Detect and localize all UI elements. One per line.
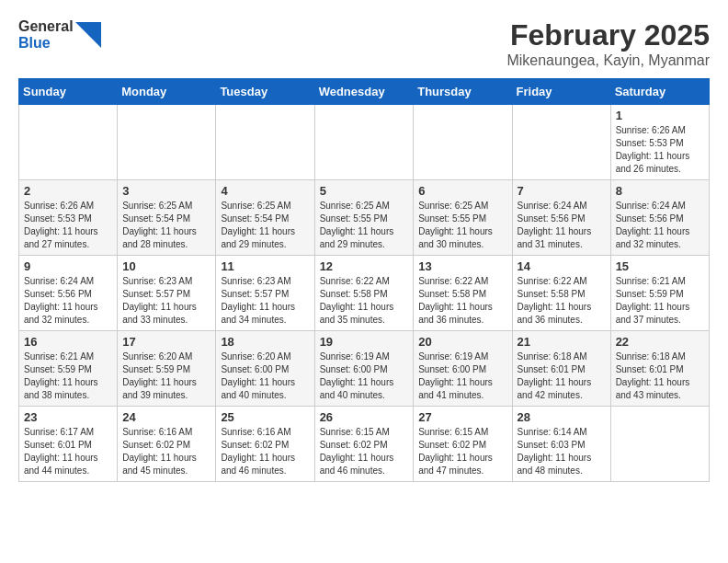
calendar-week-1: 1Sunrise: 6:26 AM Sunset: 5:53 PM Daylig… [19, 105, 710, 180]
calendar-header-row: Sunday Monday Tuesday Wednesday Thursday… [19, 79, 710, 105]
table-row: 5Sunrise: 6:25 AM Sunset: 5:55 PM Daylig… [314, 180, 414, 256]
day-info: Sunrise: 6:19 AM Sunset: 6:00 PM Dayligh… [320, 350, 409, 402]
table-row [216, 105, 314, 180]
day-number: 20 [418, 335, 506, 349]
day-number: 8 [616, 184, 704, 198]
day-info: Sunrise: 6:20 AM Sunset: 5:59 PM Dayligh… [122, 350, 210, 402]
table-row [19, 105, 118, 180]
day-number: 2 [24, 184, 112, 198]
table-row: 7Sunrise: 6:24 AM Sunset: 5:56 PM Daylig… [512, 180, 610, 256]
col-sunday: Sunday [19, 79, 118, 105]
day-info: Sunrise: 6:19 AM Sunset: 6:00 PM Dayligh… [418, 350, 506, 402]
day-number: 19 [320, 335, 409, 349]
title-area: February 2025 Mikenaungea, Kayin, Myanma… [506, 18, 710, 69]
day-info: Sunrise: 6:21 AM Sunset: 5:59 PM Dayligh… [24, 350, 112, 402]
table-row: 28Sunrise: 6:14 AM Sunset: 6:03 PM Dayli… [512, 407, 610, 482]
day-number: 23 [24, 410, 112, 424]
table-row: 3Sunrise: 6:25 AM Sunset: 5:54 PM Daylig… [118, 180, 216, 256]
table-row: 15Sunrise: 6:21 AM Sunset: 5:59 PM Dayli… [610, 256, 709, 331]
logo-arrow-icon [75, 22, 101, 48]
calendar-week-5: 23Sunrise: 6:17 AM Sunset: 6:01 PM Dayli… [19, 407, 710, 482]
day-info: Sunrise: 6:25 AM Sunset: 5:55 PM Dayligh… [418, 200, 506, 251]
day-number: 12 [320, 259, 409, 273]
day-info: Sunrise: 6:23 AM Sunset: 5:57 PM Dayligh… [221, 275, 309, 327]
col-tuesday: Tuesday [216, 79, 314, 105]
day-info: Sunrise: 6:26 AM Sunset: 5:53 PM Dayligh… [24, 200, 112, 251]
table-row: 12Sunrise: 6:22 AM Sunset: 5:58 PM Dayli… [314, 256, 414, 331]
day-number: 11 [221, 259, 309, 273]
day-number: 22 [616, 335, 704, 349]
table-row: 6Sunrise: 6:25 AM Sunset: 5:55 PM Daylig… [414, 180, 512, 256]
day-number: 16 [24, 335, 112, 349]
table-row: 9Sunrise: 6:24 AM Sunset: 5:56 PM Daylig… [19, 256, 118, 331]
main-title: February 2025 [506, 18, 710, 52]
col-friday: Friday [512, 79, 610, 105]
day-number: 13 [418, 259, 506, 273]
day-info: Sunrise: 6:16 AM Sunset: 6:02 PM Dayligh… [122, 426, 210, 477]
day-info: Sunrise: 6:22 AM Sunset: 5:58 PM Dayligh… [518, 275, 606, 327]
day-number: 24 [122, 410, 210, 424]
header: General Blue February 2025 Mikenaungea, … [18, 18, 710, 69]
day-number: 4 [221, 184, 309, 198]
table-row [314, 105, 414, 180]
day-number: 3 [122, 184, 210, 198]
day-info: Sunrise: 6:22 AM Sunset: 5:58 PM Dayligh… [320, 275, 409, 327]
day-number: 15 [616, 259, 704, 273]
table-row: 13Sunrise: 6:22 AM Sunset: 5:58 PM Dayli… [414, 256, 512, 331]
day-info: Sunrise: 6:24 AM Sunset: 5:56 PM Dayligh… [24, 275, 112, 327]
day-info: Sunrise: 6:15 AM Sunset: 6:02 PM Dayligh… [320, 426, 409, 477]
table-row: 21Sunrise: 6:18 AM Sunset: 6:01 PM Dayli… [512, 331, 610, 407]
table-row: 26Sunrise: 6:15 AM Sunset: 6:02 PM Dayli… [314, 407, 414, 482]
day-number: 25 [221, 410, 309, 424]
day-number: 21 [518, 335, 606, 349]
day-info: Sunrise: 6:25 AM Sunset: 5:54 PM Dayligh… [221, 200, 309, 251]
day-number: 14 [518, 259, 606, 273]
day-number: 7 [518, 184, 606, 198]
day-info: Sunrise: 6:22 AM Sunset: 5:58 PM Dayligh… [418, 275, 506, 327]
table-row: 14Sunrise: 6:22 AM Sunset: 5:58 PM Dayli… [512, 256, 610, 331]
day-number: 6 [418, 184, 506, 198]
calendar-table: Sunday Monday Tuesday Wednesday Thursday… [18, 78, 710, 482]
table-row [610, 407, 709, 482]
table-row: 27Sunrise: 6:15 AM Sunset: 6:02 PM Dayli… [414, 407, 512, 482]
day-number: 1 [616, 109, 704, 122]
day-number: 26 [320, 410, 409, 424]
day-info: Sunrise: 6:21 AM Sunset: 5:59 PM Dayligh… [616, 275, 704, 327]
day-info: Sunrise: 6:26 AM Sunset: 5:53 PM Dayligh… [616, 124, 704, 176]
table-row: 8Sunrise: 6:24 AM Sunset: 5:56 PM Daylig… [610, 180, 709, 256]
table-row [512, 105, 610, 180]
calendar-week-3: 9Sunrise: 6:24 AM Sunset: 5:56 PM Daylig… [19, 256, 710, 331]
day-info: Sunrise: 6:25 AM Sunset: 5:54 PM Dayligh… [122, 200, 210, 251]
day-number: 10 [122, 259, 210, 273]
table-row: 20Sunrise: 6:19 AM Sunset: 6:00 PM Dayli… [414, 331, 512, 407]
svg-marker-0 [75, 22, 101, 48]
table-row: 10Sunrise: 6:23 AM Sunset: 5:57 PM Dayli… [118, 256, 216, 331]
day-number: 9 [24, 259, 112, 273]
table-row: 22Sunrise: 6:18 AM Sunset: 6:01 PM Dayli… [610, 331, 709, 407]
subtitle: Mikenaungea, Kayin, Myanmar [506, 52, 710, 69]
day-number: 27 [418, 410, 506, 424]
calendar-week-2: 2Sunrise: 6:26 AM Sunset: 5:53 PM Daylig… [19, 180, 710, 256]
day-number: 5 [320, 184, 409, 198]
day-number: 28 [518, 410, 606, 424]
table-row: 18Sunrise: 6:20 AM Sunset: 6:00 PM Dayli… [216, 331, 314, 407]
day-info: Sunrise: 6:20 AM Sunset: 6:00 PM Dayligh… [221, 350, 309, 402]
calendar-week-4: 16Sunrise: 6:21 AM Sunset: 5:59 PM Dayli… [19, 331, 710, 407]
logo: General Blue [18, 18, 101, 51]
day-info: Sunrise: 6:24 AM Sunset: 5:56 PM Dayligh… [616, 200, 704, 251]
day-number: 17 [122, 335, 210, 349]
day-info: Sunrise: 6:25 AM Sunset: 5:55 PM Dayligh… [320, 200, 409, 251]
table-row [118, 105, 216, 180]
col-wednesday: Wednesday [314, 79, 414, 105]
day-info: Sunrise: 6:18 AM Sunset: 6:01 PM Dayligh… [518, 350, 606, 402]
day-info: Sunrise: 6:14 AM Sunset: 6:03 PM Dayligh… [518, 426, 606, 477]
table-row: 2Sunrise: 6:26 AM Sunset: 5:53 PM Daylig… [19, 180, 118, 256]
day-number: 18 [221, 335, 309, 349]
day-info: Sunrise: 6:15 AM Sunset: 6:02 PM Dayligh… [418, 426, 506, 477]
col-monday: Monday [118, 79, 216, 105]
table-row: 19Sunrise: 6:19 AM Sunset: 6:00 PM Dayli… [314, 331, 414, 407]
table-row: 11Sunrise: 6:23 AM Sunset: 5:57 PM Dayli… [216, 256, 314, 331]
table-row: 23Sunrise: 6:17 AM Sunset: 6:01 PM Dayli… [19, 407, 118, 482]
day-info: Sunrise: 6:16 AM Sunset: 6:02 PM Dayligh… [221, 426, 309, 477]
table-row: 24Sunrise: 6:16 AM Sunset: 6:02 PM Dayli… [118, 407, 216, 482]
